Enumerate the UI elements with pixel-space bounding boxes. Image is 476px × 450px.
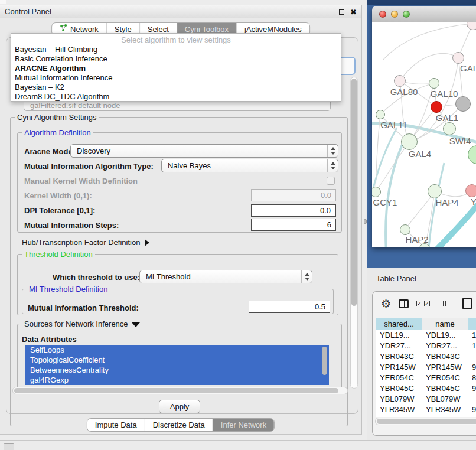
data-attributes-label: Data Attributes <box>22 335 77 344</box>
close-panel-icon[interactable]: ✖ <box>350 8 357 16</box>
mi-type-combo[interactable]: Naive Bayes <box>161 159 338 172</box>
network-node-green[interactable] <box>443 122 456 135</box>
gear-icon[interactable]: ⚙ <box>381 298 391 309</box>
node-label-gal4: GAL4 <box>409 149 431 159</box>
manual-kernel-label: Manual Kernel Width Definition <box>24 177 138 185</box>
collapse-down-icon[interactable] <box>132 322 140 327</box>
expand-right-icon[interactable] <box>145 239 149 246</box>
column-header-shared...[interactable]: shared... <box>376 318 422 330</box>
combo-stepper-icon[interactable] <box>327 159 338 172</box>
attribute-item[interactable]: TopologicalCoefficient <box>25 355 329 365</box>
network-node-salmon[interactable] <box>465 184 476 197</box>
float-window-icon[interactable] <box>339 9 344 15</box>
network-node-pink[interactable] <box>452 52 464 64</box>
network-node-green[interactable] <box>428 184 442 198</box>
bottom-corner-button[interactable] <box>4 443 14 450</box>
aracne-mode-label: Aracne Mode: <box>24 147 75 156</box>
desktop-top-strip <box>367 0 476 5</box>
network-window-titlebar[interactable] <box>372 6 476 22</box>
manual-kernel-checkbox[interactable] <box>327 177 335 185</box>
bottom-strip <box>0 440 476 450</box>
network-node-red[interactable] <box>431 101 442 113</box>
node-label-hap2: HAP2 <box>405 234 428 244</box>
list-scrollbar-thumb[interactable] <box>322 347 327 375</box>
mi-type-label: Mutual Information Algorithm Type: <box>24 162 154 171</box>
data-attributes-list[interactable]: SelfLoopsTopologicalCoefficientBetweenne… <box>25 345 329 385</box>
table-row[interactable]: YBR045CYBR045C9. <box>376 383 476 394</box>
tab-infer-network[interactable]: Infer Network <box>213 419 274 431</box>
table-row[interactable]: YBL079WYBL079W <box>376 394 476 405</box>
network-node-green[interactable] <box>376 110 385 119</box>
network-edge <box>400 53 458 81</box>
which-threshold-combo[interactable]: MI Threshold <box>139 270 312 283</box>
close-button[interactable] <box>379 11 386 18</box>
table-row[interactable]: YDL19...YDL19...13 <box>376 330 476 341</box>
attribute-item[interactable]: gal4RGexp <box>25 375 329 385</box>
apply-button[interactable]: Apply <box>159 400 200 413</box>
table-panel-header: Table Panel <box>367 268 476 289</box>
hub-definition-label[interactable]: Hub/Transcription Factor Definition <box>22 238 149 247</box>
dropdown-item[interactable]: Bayesian – Hill Climbing <box>11 45 341 54</box>
network-canvas[interactable]: GALGAL80GAL10GAL1GAL11SWI4GAL4GCY1HAP4YH… <box>372 22 476 247</box>
node-label-gal1: GAL1 <box>436 113 458 123</box>
aracne-mode-combo[interactable]: Discovery <box>70 144 338 158</box>
dropdown-item[interactable]: Mutual Information Inference <box>11 73 341 83</box>
export-table-icon[interactable] <box>462 298 472 309</box>
settings-horizontal-scrollbar[interactable] <box>12 387 348 394</box>
table-cell: YBR045C <box>422 383 468 394</box>
column-header-name[interactable]: name <box>422 318 468 330</box>
combo-stepper-icon[interactable] <box>301 270 312 283</box>
table-row[interactable]: YDR27...YDR27...12 <box>376 341 476 351</box>
attribute-item[interactable]: SelfLoops <box>25 345 329 355</box>
node-label-gal10: GAL10 <box>431 89 458 99</box>
network-node-green[interactable] <box>429 78 439 89</box>
scrollbar-thumb[interactable] <box>351 79 357 306</box>
network-node-green[interactable] <box>400 224 410 235</box>
columns-icon[interactable] <box>399 299 409 308</box>
dpi-tolerance-field[interactable]: 0.0 <box>251 204 336 217</box>
algorithm-definition-title: Algorithm Definition <box>22 128 93 137</box>
table-row[interactable]: YIL052CYIL052C9. <box>376 415 476 417</box>
dropdown-item[interactable]: Basic Correlation Inference <box>11 54 341 64</box>
table-cell: 9. <box>468 415 476 417</box>
split-pane-grip[interactable] <box>364 219 367 224</box>
network-node-pink[interactable] <box>394 75 406 87</box>
column-header-partial[interactable] <box>468 318 476 330</box>
table-row[interactable]: YER054CYER054C8. <box>376 373 476 383</box>
node-label-hap4: HAP4 <box>435 197 458 207</box>
table-cell: 13 <box>468 330 476 341</box>
table-panel-body: ⚙ ✓✓ shared...name YDL19...YDL19...13YDR… <box>372 291 476 436</box>
table-horizontal-scrollbar[interactable] <box>375 418 476 425</box>
kernel-width-field[interactable]: 0.0 <box>251 189 336 201</box>
table-cell: YER054C <box>422 373 468 383</box>
dropdown-item[interactable]: Dream8 DC_TDC Algorithm <box>11 92 341 102</box>
combo-stepper-icon[interactable] <box>327 145 338 157</box>
application-window: Control Panel ✖ NetworkStyleSelectCyni T… <box>0 0 476 450</box>
table-row[interactable]: YLR345WYLR345W9. <box>376 405 476 415</box>
tab-discretize-data[interactable]: Discretize Data <box>145 419 213 431</box>
dropdown-item[interactable]: ARACNE Algorithm <box>11 64 341 73</box>
network-window: GALGAL80GAL10GAL1GAL11SWI4GAL4GCY1HAP4YH… <box>372 6 476 247</box>
select-all-checkboxes-icon[interactable]: ✓✓ <box>416 301 430 306</box>
network-node-gray[interactable] <box>455 96 471 112</box>
dropdown-item[interactable]: Bayesian – K2 <box>11 83 341 92</box>
network-edge <box>376 115 380 192</box>
table-row[interactable]: YPR145WYPR145W9. <box>376 362 476 373</box>
network-node-green[interactable] <box>401 133 418 150</box>
minimize-button[interactable] <box>391 11 398 18</box>
table-row[interactable]: YBR043CYBR043C <box>376 351 476 362</box>
tab-impute-data[interactable]: Impute Data <box>87 419 145 431</box>
table-panel-title: Table Panel <box>376 274 416 283</box>
obscured-combo-fragment <box>341 57 356 75</box>
sources-title[interactable]: Sources for Network Inference <box>22 319 142 328</box>
zoom-button[interactable] <box>403 11 410 18</box>
node-table: shared...name YDL19...YDL19...13YDR27...… <box>376 318 476 417</box>
deselect-all-checkboxes-icon[interactable] <box>438 301 451 306</box>
settings-vertical-scrollbar[interactable] <box>350 77 358 389</box>
table-header-row: shared...name <box>376 318 476 330</box>
attribute-item[interactable]: BetweennessCentrality <box>25 365 329 375</box>
table-rows: YDL19...YDL19...13YDR27...YDR27...12YBR0… <box>376 330 476 417</box>
table-cell: YIL052C <box>376 415 422 417</box>
mi-threshold-field[interactable]: 0.5 <box>249 301 330 313</box>
mi-steps-field[interactable]: 6 <box>251 219 336 231</box>
